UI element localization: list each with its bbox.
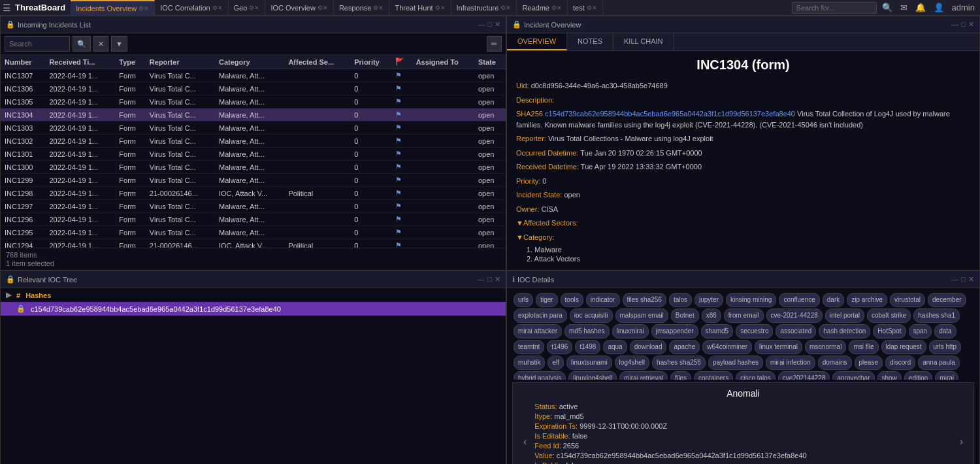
ioc-tag[interactable]: domains	[818, 356, 852, 370]
ioc-tag[interactable]: download	[630, 340, 667, 354]
ioc-tag[interactable]: jmsappender	[651, 324, 698, 339]
ioc-tag[interactable]: from email	[724, 308, 764, 323]
ioc-tag[interactable]: shamd5	[701, 324, 734, 339]
table-row[interactable]: INC13032022-04-19 1...FormVirus Total C.…	[1, 122, 506, 135]
incidents-close-icon[interactable]: ✕	[495, 20, 500, 29]
ioc-tag[interactable]: cve-2021-44228	[766, 308, 823, 323]
ioc-tag[interactable]: dark	[823, 293, 844, 307]
incidents-filter-button[interactable]: ▼	[111, 36, 127, 52]
ioc-tag[interactable]: Botnet	[671, 308, 699, 323]
ioc-tag[interactable]: aqua	[603, 340, 627, 354]
ioc-tag[interactable]: muhstik	[514, 356, 545, 370]
incidents-minimize-icon[interactable]: —	[478, 20, 485, 29]
ioc-tag[interactable]: linuxmirai	[612, 324, 649, 339]
ioc-tag[interactable]: cve202144228	[778, 371, 830, 380]
ioc-tag[interactable]: md5 hashes	[564, 324, 609, 339]
nav-tab-ioc-correlation[interactable]: IOC Correlation ⚙✕	[155, 0, 228, 16]
ioc-tag[interactable]: secuestro	[736, 324, 773, 339]
ioc-tag[interactable]: malspam email	[615, 308, 668, 323]
ioc-tag[interactable]: intel portal	[825, 308, 864, 323]
col-header-affected-se[interactable]: Affected Se...	[284, 55, 350, 69]
col-header-priority[interactable]: Priority	[350, 55, 391, 69]
col-header-number[interactable]: Number	[1, 55, 45, 69]
ioc-tag[interactable]: tools	[561, 293, 583, 307]
ioc-tag[interactable]: associated	[776, 324, 816, 339]
ioc-tag[interactable]: linuxtsunami	[566, 356, 612, 370]
nav-tab-incidents-overview[interactable]: Incidents Overview ⚙✕	[71, 0, 155, 16]
ioc-tag[interactable]: virustotal	[890, 293, 925, 307]
ioc-tag[interactable]: anna paula	[918, 356, 960, 370]
nav-tab-test[interactable]: test ⚙✕	[568, 0, 603, 16]
ioc-tag[interactable]: urls http	[929, 340, 962, 354]
tab-kill-chain[interactable]: KILL CHAIN	[613, 33, 674, 50]
table-row[interactable]: INC12992022-04-19 1...FormVirus Total C.…	[1, 174, 506, 187]
ioc-tag[interactable]: HotSpot	[873, 324, 906, 339]
col-header-[interactable]: 🚩	[391, 55, 412, 69]
incidents-search-input[interactable]	[5, 36, 70, 52]
ioc-tag[interactable]: confluence	[779, 293, 819, 307]
anomali-prev-button[interactable]: ‹	[521, 433, 529, 450]
ioc-tag[interactable]: december	[928, 293, 966, 307]
ioc-tag[interactable]: ldap request	[881, 340, 926, 354]
ioc-tag[interactable]: payload hashes	[708, 356, 763, 370]
ioc-tag[interactable]: msi file	[849, 340, 878, 354]
ioc-tag[interactable]: cobalt strike	[867, 308, 911, 323]
nav-tab-readme[interactable]: Readme ⚙✕	[517, 0, 568, 16]
ioc-tag[interactable]: t1496	[547, 340, 572, 354]
ioc-tag[interactable]: hashes sha1	[913, 308, 960, 323]
ioc-tag[interactable]: explotacin para	[514, 308, 567, 323]
overview-minimize-icon[interactable]: —	[951, 20, 958, 29]
ioc-tag[interactable]: hashes sha256	[652, 356, 706, 370]
ioc-tag[interactable]: msonormal	[805, 340, 846, 354]
table-row[interactable]: INC12962022-04-19 1...FormVirus Total C.…	[1, 213, 506, 226]
search-icon[interactable]: 🔍	[879, 3, 895, 12]
ioc-tag[interactable]: mirai retrieval	[619, 371, 668, 380]
nav-tab-response[interactable]: Response ⚙✕	[334, 0, 390, 16]
table-row[interactable]: INC13072022-04-19 1...FormVirus Total C.…	[1, 69, 506, 82]
ioc-tag[interactable]: mirai infection	[766, 356, 815, 370]
category-row[interactable]: ▼Category:	[516, 232, 970, 243]
user-icon[interactable]: 👤	[931, 3, 947, 12]
ioc-tag[interactable]: ioc acquisiti	[570, 308, 613, 323]
overview-maximize-icon[interactable]: □	[961, 20, 966, 29]
incidents-search-button[interactable]: 🔍	[73, 36, 91, 52]
nav-tab-ioc-overview[interactable]: IOC Overview ⚙✕	[265, 0, 333, 16]
ioc-tag[interactable]: tiger	[536, 293, 557, 307]
ioc-tag[interactable]: aprovechar	[832, 371, 874, 380]
ioc-tag[interactable]: zip archive	[847, 293, 887, 307]
ioc-tag[interactable]: w64coinminer	[702, 340, 752, 354]
ioc-tag[interactable]: teamtnt	[514, 340, 544, 354]
ioc-tag[interactable]: x86	[702, 308, 721, 323]
tab-notes[interactable]: NOTES	[567, 33, 613, 50]
col-header-received-ti[interactable]: Received Ti...	[45, 55, 115, 69]
table-row[interactable]: INC12982022-04-19 1...Form21-00026146...…	[1, 187, 506, 200]
ioc-tag[interactable]: elf	[547, 356, 564, 370]
ioc-details-close-icon[interactable]: ✕	[968, 275, 974, 284]
overview-close-icon[interactable]: ✕	[968, 20, 974, 29]
col-header-type[interactable]: Type	[115, 55, 146, 69]
table-row[interactable]: INC13042022-04-19 1...FormVirus Total C.…	[1, 108, 506, 122]
ioc-tree-close-icon[interactable]: ✕	[495, 275, 500, 284]
incidents-edit-button[interactable]: ✏	[487, 36, 502, 52]
menu-icon[interactable]: ☰	[3, 3, 11, 13]
ioc-tag[interactable]: show	[877, 371, 902, 380]
mail-icon[interactable]: ✉	[898, 3, 910, 12]
nav-tab-threat-hunt[interactable]: Threat Hunt ⚙✕	[389, 0, 451, 16]
ioc-tag[interactable]: edition	[904, 371, 932, 380]
table-row[interactable]: INC13022022-04-19 1...FormVirus Total C.…	[1, 135, 506, 148]
ioc-tree-minimize-icon[interactable]: —	[478, 275, 485, 284]
table-row[interactable]: INC13052022-04-19 1...FormVirus Total C.…	[1, 95, 506, 108]
ioc-tag[interactable]: hash detection	[819, 324, 870, 339]
incidents-maximize-icon[interactable]: □	[487, 20, 492, 29]
bell-icon[interactable]: 🔔	[913, 3, 928, 12]
ioc-tag[interactable]: log4shell	[615, 356, 649, 370]
ioc-tag[interactable]: files	[670, 371, 691, 380]
ioc-tag[interactable]: linux terminal	[755, 340, 802, 354]
ioc-tag[interactable]: mirai	[935, 371, 958, 380]
incidents-clear-button[interactable]: ✕	[93, 36, 108, 52]
ioc-tag[interactable]: kinsing mining	[726, 293, 776, 307]
ioc-details-maximize-icon[interactable]: □	[961, 275, 966, 284]
nav-tab-infrastructure[interactable]: Infrastructure ⚙✕	[451, 0, 517, 16]
col-header-state[interactable]: State	[474, 55, 506, 69]
ioc-tag[interactable]: urls	[514, 293, 533, 307]
